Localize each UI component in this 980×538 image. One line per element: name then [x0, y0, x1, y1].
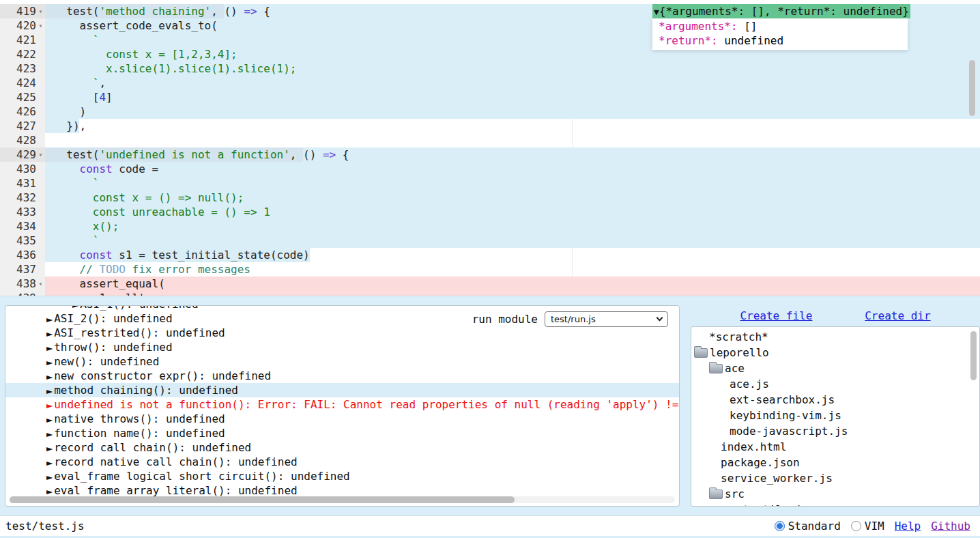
code-line[interactable]: 425 [4] [0, 90, 980, 104]
test-result-label: new(): undefined [54, 355, 159, 368]
radio-selected-icon[interactable] [775, 521, 785, 531]
expand-arrow-icon[interactable]: ► [46, 401, 53, 410]
expand-arrow-icon[interactable]: ► [46, 487, 53, 496]
expand-arrow-icon[interactable]: ► [46, 472, 53, 482]
code-line[interactable]: 436 const s1 = test_initial_state(code) [0, 248, 980, 262]
expand-arrow-icon[interactable]: ► [72, 306, 78, 310]
code-token: fix error messages [126, 263, 250, 276]
line-number-gutter: 438▾ [0, 277, 45, 291]
fold-arrow-icon[interactable]: ▾ [36, 147, 45, 162]
github-link[interactable]: Github [931, 520, 970, 533]
code-token [53, 177, 93, 190]
expand-arrow-icon[interactable]: ► [46, 386, 53, 396]
file-tree-item[interactable]: index.html [691, 439, 979, 455]
code-line[interactable]: 424 `, [0, 76, 980, 90]
run-module-select[interactable]: test/run.js [545, 311, 668, 327]
code-line[interactable]: 427 }), [0, 119, 980, 133]
code-line[interactable]: 439 s1.calltree... [0, 291, 980, 296]
file-tree-item[interactable]: ast_utils.js [691, 502, 979, 507]
create-dir-link[interactable]: Create dir [865, 309, 930, 322]
code-line[interactable]: 438▾ assert_equal( [0, 277, 980, 291]
test-result-row[interactable]: ►new constructor expr(): undefined [5, 369, 679, 383]
expand-arrow-icon[interactable]: ► [46, 415, 53, 425]
code-line[interactable]: 423 x.slice(1).slice(1).slice(1); [0, 61, 980, 76]
file-tree-item[interactable]: leporello [691, 345, 979, 360]
test-result-row[interactable]: ►eval_frame array_literal(): undefined [5, 483, 679, 498]
code-line[interactable]: 432 const x = () => null(); [0, 190, 980, 205]
tooltip-header[interactable]: ▼{*arguments*: [], *return*: undefined} [652, 4, 910, 18]
test-result-row[interactable]: ►ASI_restrited(): undefined [5, 326, 679, 340]
help-link[interactable]: Help [895, 520, 921, 533]
expand-arrow-icon[interactable]: ► [46, 329, 53, 339]
code-token: ` [93, 234, 100, 247]
file-tree-header: Create file Create dir [691, 305, 980, 326]
code-line[interactable]: 429▾ test('undefined is not a function',… [0, 147, 980, 162]
file-tree-item[interactable]: ace.js [691, 376, 979, 392]
code-token: () [224, 5, 244, 18]
file-tree-item[interactable]: keybinding-vim.js [691, 408, 979, 423]
expand-arrow-icon[interactable]: ► [46, 458, 53, 468]
expand-arrow-icon[interactable]: ► [46, 315, 53, 324]
expand-arrow-icon[interactable]: ► [46, 358, 53, 367]
code-line[interactable]: 430 const code = [0, 162, 980, 176]
file-tree-scrollbar[interactable] [970, 331, 977, 380]
code-line[interactable]: 435 ` [0, 233, 980, 248]
editor-scrollbar[interactable] [969, 60, 975, 116]
test-result-row[interactable]: ►function name(): undefined [5, 426, 679, 440]
test-result-content: ►eval_frame array_literal(): undefined [46, 484, 298, 497]
scrollbar-thumb[interactable] [10, 496, 515, 503]
status-bar-right: Standard VIM Help Github [775, 520, 970, 533]
code-token [53, 33, 93, 46]
fold-spacer [36, 76, 45, 90]
line-number-gutter: 439 [0, 291, 45, 296]
keybinding-vim-radio[interactable]: VIM [851, 520, 884, 533]
test-result-row[interactable]: ►new(): undefined [5, 354, 679, 369]
code-token: const x = [1,2,3,4]; [106, 48, 237, 61]
keybinding-standard-radio[interactable]: Standard [775, 520, 841, 533]
test-result-label: ASI_1(): undefined [80, 306, 198, 311]
file-tree-item[interactable]: ext-searchbox.js [691, 392, 979, 408]
code-line[interactable]: 428 [0, 133, 980, 147]
fold-arrow-icon[interactable]: ▾ [36, 18, 45, 33]
code-line[interactable]: 434 x(); [0, 219, 980, 233]
code-line[interactable]: 426 ) [0, 104, 980, 119]
radio-unselected-icon[interactable] [851, 521, 861, 531]
expand-arrow-icon[interactable]: ► [46, 343, 53, 353]
code-token [53, 249, 80, 261]
collapse-triangle-icon[interactable]: ▼ [654, 7, 659, 17]
fold-arrow-icon[interactable]: ▾ [36, 4, 45, 18]
file-tree-item[interactable]: *scratch* [691, 329, 979, 345]
line-number: 432 [0, 190, 36, 205]
code-line[interactable]: 433 const unreachable = () => 1 [0, 205, 980, 219]
code-token: 4 [99, 91, 106, 104]
file-tree-item[interactable]: mode-javascript.js [691, 423, 979, 439]
test-result-row[interactable]: ►undefined is not a function(): Error: F… [5, 397, 679, 412]
create-file-link[interactable]: Create file [740, 309, 812, 322]
expand-arrow-icon[interactable]: ► [46, 444, 53, 453]
code-editor[interactable]: 419▾ test('method chaining', () => {420▾… [0, 0, 980, 296]
keybinding-standard-label: Standard [788, 520, 841, 533]
test-result-row[interactable]: ►record native call chain(): undefined [5, 455, 679, 469]
test-result-row[interactable]: ►throw(): undefined [5, 340, 679, 354]
test-result-row[interactable]: ►native throws(): undefined [5, 412, 679, 426]
test-result-row[interactable]: ►ASI_1(): undefined [5, 306, 679, 311]
file-tree-item[interactable]: service_worker.js [691, 470, 979, 486]
fold-arrow-icon[interactable]: ▾ [36, 277, 45, 291]
code-token [53, 220, 93, 233]
test-result-row[interactable]: ►eval_frame logical short circuit(): und… [5, 469, 679, 483]
test-result-content: ►record call chain(): undefined [46, 441, 251, 454]
file-tree-item[interactable]: ace [691, 360, 979, 376]
code-line[interactable]: 437 // TODO fix error messages [0, 262, 980, 277]
tooltip-entry: *arguments*: [] [659, 19, 908, 33]
file-tree-item[interactable]: package.json [691, 455, 979, 470]
test-result-row[interactable]: ►method chaining(): undefined [5, 383, 679, 397]
expand-arrow-icon[interactable]: ► [46, 429, 53, 439]
code-token: const x = () => null(); [93, 191, 244, 204]
code-line[interactable]: 431 ` [0, 176, 980, 190]
expand-arrow-icon[interactable]: ► [46, 372, 53, 382]
test-result-row[interactable]: ►record call chain(): undefined [5, 440, 679, 455]
line-number: 424 [0, 76, 36, 90]
test-result-content: ►throw(): undefined [46, 341, 173, 354]
results-horizontal-scrollbar[interactable] [10, 496, 675, 503]
file-tree-item[interactable]: src [691, 486, 979, 502]
